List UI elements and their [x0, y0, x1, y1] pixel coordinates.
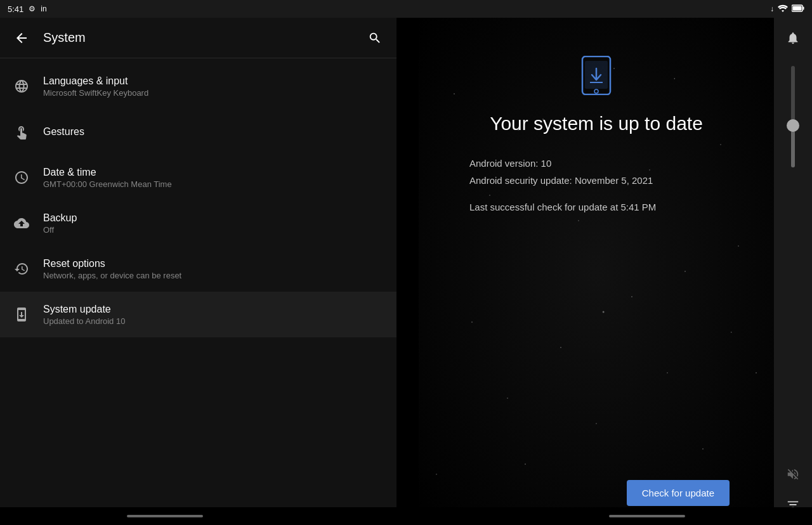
- search-button[interactable]: [363, 27, 386, 49]
- back-button[interactable]: [10, 27, 33, 49]
- backup-title: Backup: [43, 212, 77, 224]
- settings-item-sysupdate[interactable]: System update Updated to Android 10: [0, 292, 396, 337]
- info-section: Android version: 10 Android security upd…: [469, 155, 653, 189]
- update-content: Your system is up to date Android versio…: [419, 18, 774, 525]
- panel-header: System: [0, 18, 396, 58]
- status-time: 5:41: [8, 4, 23, 14]
- settings-list: Languages & input Microsoft SwiftKey Key…: [0, 58, 396, 342]
- update-icon-wrapper: [580, 56, 613, 98]
- settings-item-gestures[interactable]: Gestures: [0, 109, 396, 155]
- volume-track[interactable]: [791, 66, 795, 167]
- status-bar: 5:41 ⚙ in ↓: [0, 0, 812, 18]
- reset-text: Reset options Network, apps, or device c…: [43, 258, 181, 280]
- datetime-subtitle: GMT+00:00 Greenwich Mean Time: [43, 179, 172, 189]
- phone-download-icon: [580, 56, 613, 95]
- bell-icon[interactable]: [780, 25, 806, 51]
- sysupdate-title: System update: [43, 304, 125, 315]
- datetime-title: Date & time: [43, 167, 172, 178]
- settings-item-backup[interactable]: Backup Off: [0, 200, 396, 246]
- mute-icon[interactable]: [780, 462, 806, 487]
- sysupdate-text: System update Updated to Android 10: [43, 304, 125, 326]
- gestures-text: Gestures: [43, 126, 84, 138]
- svg-rect-2: [793, 6, 802, 10]
- right-panel: Your system is up to date Android versio…: [419, 18, 774, 525]
- android-version: Android version: 10: [469, 155, 653, 172]
- volume-fill: [791, 127, 795, 167]
- system-update-icon: [10, 303, 33, 326]
- gestures-title: Gestures: [43, 126, 84, 138]
- wifi-icon: [778, 4, 788, 14]
- download-arrow-icon: ↓: [770, 4, 774, 13]
- reset-title: Reset options: [43, 258, 181, 269]
- settings-icon: ⚙: [29, 4, 36, 13]
- backup-text: Backup Off: [43, 212, 77, 235]
- right-sidebar: [774, 18, 812, 525]
- languages-text: Languages & input Microsoft SwiftKey Key…: [43, 75, 148, 98]
- languages-title: Languages & input: [43, 75, 148, 87]
- volume-slider-container: [791, 56, 795, 457]
- settings-item-reset[interactable]: Reset options Network, apps, or device c…: [0, 246, 396, 292]
- page-title: System: [43, 30, 353, 45]
- left-panel: System Languages & input Microsoft Swift…: [0, 18, 396, 525]
- status-bar-right: ↓: [770, 4, 804, 14]
- backup-subtitle: Off: [43, 225, 77, 235]
- battery-icon: [792, 4, 804, 14]
- reset-subtitle: Network, apps, or device can be reset: [43, 271, 181, 280]
- svg-point-6: [594, 89, 598, 93]
- language-icon: [10, 75, 33, 98]
- settings-item-datetime[interactable]: Date & time GMT+00:00 Greenwich Mean Tim…: [0, 155, 396, 200]
- sysupdate-subtitle: Updated to Android 10: [43, 316, 125, 326]
- datetime-text: Date & time GMT+00:00 Greenwich Mean Tim…: [43, 167, 172, 189]
- status-bar-left: 5:41 ⚙ in: [8, 4, 47, 14]
- languages-subtitle: Microsoft SwiftKey Keyboard: [43, 88, 148, 98]
- gestures-icon: [10, 120, 33, 143]
- backup-icon: [10, 212, 33, 235]
- settings-item-languages[interactable]: Languages & input Microsoft SwiftKey Key…: [0, 63, 396, 109]
- reset-icon: [10, 257, 33, 280]
- linkedin-icon: in: [41, 4, 46, 13]
- clock-icon: [10, 166, 33, 189]
- nav-indicator-left: [127, 515, 203, 517]
- svg-rect-1: [803, 6, 804, 10]
- volume-thumb[interactable]: [787, 119, 799, 132]
- status-title: Your system is up to date: [490, 113, 703, 134]
- last-check: Last successful check for update at 5:41…: [469, 202, 656, 212]
- security-update: Android security update: November 5, 202…: [469, 172, 653, 189]
